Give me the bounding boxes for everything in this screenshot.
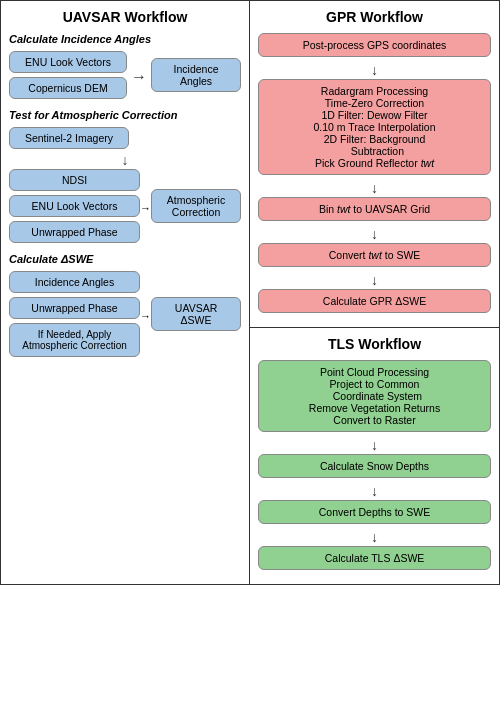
enu-look-vectors-atm-box: ENU Look Vectors [9,195,140,217]
arrow-tls1: ↓ [258,438,491,452]
left-panel: UAVSAR Workflow Calculate Incidence Angl… [1,1,250,584]
arrow-swe: → [140,310,151,322]
tls-box1: Point Cloud Processing Project to Common… [258,360,491,432]
gpr-title: GPR Workflow [258,9,491,25]
section2-heading: Test for Atmospheric Correction [9,109,241,121]
arrow-incidence: → [131,68,147,86]
incidence-angles-box: Incidence Angles [151,58,241,92]
arrow-gpr1: ↓ [258,63,491,77]
tls-box2: Calculate Snow Depths [258,454,491,478]
incidence-flow: ENU Look Vectors Copernicus DEM → Incide… [9,51,241,103]
unwrapped-phase-atm-box: Unwrapped Phase [9,221,140,243]
left-title: UAVSAR Workflow [9,9,241,25]
atm-flow: NDSI ENU Look Vectors Unwrapped Phase → … [9,169,241,247]
gpr-box5: Calculate GPR ΔSWE [258,289,491,313]
gpr-box3: Bin twt to UAVSAR Grid [258,197,491,221]
if-needed-box: If Needed, Apply Atmospheric Correction [9,323,140,357]
right-panel: GPR Workflow Post-process GPS coordinate… [250,1,499,584]
unwrapped-phase-swe-box: Unwrapped Phase [9,297,140,319]
incidence-inputs: ENU Look Vectors Copernicus DEM [9,51,127,103]
tls-box4: Calculate TLS ΔSWE [258,546,491,570]
arrow-tls3: ↓ [258,530,491,544]
gpr-section: GPR Workflow Post-process GPS coordinate… [250,1,499,328]
enu-look-vectors-box: ENU Look Vectors [9,51,127,73]
arrow-gpr4: ↓ [258,273,491,287]
section1-heading: Calculate Incidence Angles [9,33,241,45]
sentinel2-box: Sentinel-2 Imagery [9,127,129,149]
atm-inputs: NDSI ENU Look Vectors Unwrapped Phase [9,169,140,247]
arrow-tls2: ↓ [258,484,491,498]
gpr-box2: Radargram Processing Time-Zero Correctio… [258,79,491,175]
uavsar-swe-box: UAVSAR ΔSWE [151,297,241,331]
atmospheric-correction-box: Atmospheric Correction [151,189,241,223]
arrow-atm: → [140,202,151,214]
swe-inputs: Incidence Angles Unwrapped Phase If Need… [9,271,140,361]
ndsi-box: NDSI [9,169,140,191]
section3-heading: Calculate ΔSWE [9,253,241,265]
gpr-box4: Convert twt to SWE [258,243,491,267]
tls-box3: Convert Depths to SWE [258,500,491,524]
gpr-box1: Post-process GPS coordinates [258,33,491,57]
tls-title: TLS Workflow [258,336,491,352]
incidence-angles-swe-box: Incidence Angles [9,271,140,293]
copernicus-dem-box: Copernicus DEM [9,77,127,99]
swe-flow: Incidence Angles Unwrapped Phase If Need… [9,271,241,361]
arrow-sentinel-ndsi: ↓ [9,153,241,167]
arrow-gpr2: ↓ [258,181,491,195]
arrow-gpr3: ↓ [258,227,491,241]
tls-section: TLS Workflow Point Cloud Processing Proj… [250,328,499,584]
